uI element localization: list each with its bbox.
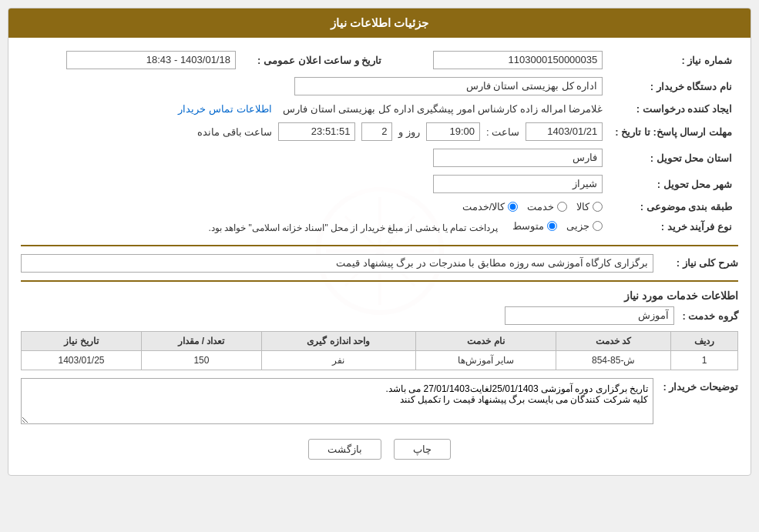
requester-field: غلامرضا امراله زاده کارشناس امور پیشگیری… — [283, 103, 603, 115]
services-section-title: اطلاعات خدمات مورد نیاز — [21, 289, 738, 302]
requester-label: ایجاد کننده درخواست : — [609, 99, 738, 119]
button-row: چاپ بازگشت — [21, 439, 738, 460]
province-field: فارس — [433, 149, 603, 167]
announce-label: تاریخ و ساعت اعلان عمومی : — [242, 47, 388, 73]
category-options: کالا خدمت کالا/خدمت — [21, 197, 609, 216]
buyer-org-field: اداره کل بهزیستی استان فارس — [294, 77, 603, 95]
radio-motavaset-label: متوسط — [512, 220, 544, 232]
divider-2 — [21, 280, 738, 282]
table-row: 1 ش-85-854 سایر آموزش‌ها نفر 150 1403/01… — [22, 351, 738, 370]
radio-jozi: جزیی — [566, 220, 603, 232]
service-group-label: گروه خدمت : — [682, 310, 738, 322]
main-card: جزئیات اطلاعات نیاز شماره نیاز : 1103000… — [8, 8, 751, 476]
buyer-notes-section: توضیحات خریدار : — [21, 378, 738, 427]
city-value: شیراز — [21, 171, 609, 197]
radio-kala-label: کالا — [576, 201, 589, 212]
need-number-value: 1103000150000035 — [388, 47, 609, 73]
time-field: 19:00 — [426, 122, 480, 141]
province-value: فارس — [21, 145, 609, 171]
service-group-row: گروه خدمت : آموزش — [21, 306, 738, 325]
buyer-notes-value — [21, 378, 653, 427]
radio-khedmat-input[interactable] — [557, 202, 567, 212]
radio-kala-khedmat: کالا/خدمت — [462, 201, 519, 212]
cell-name: سایر آموزش‌ها — [415, 351, 556, 370]
page-container: جزئیات اطلاعات نیاز شماره نیاز : 1103000… — [0, 0, 759, 532]
days-label-inline: روز و — [398, 126, 420, 138]
buyer-notes-field[interactable] — [21, 378, 653, 424]
description-field: برگزاری کارگاه آموزشی سه روزه مطابق با م… — [21, 254, 653, 273]
contact-link[interactable]: اطلاعات تماس خریدار — [178, 103, 271, 115]
radio-jozi-label: جزیی — [566, 220, 589, 232]
days-field: 2 — [361, 122, 392, 141]
need-number-field: 1103000150000035 — [433, 51, 603, 69]
divider-1 — [21, 245, 738, 246]
services-table: ردیف کد خدمت نام خدمت واحد اندازه گیری ت… — [21, 331, 738, 370]
purchase-type-note: پرداخت تمام یا بخشی از مبلغ خریدار از مح… — [208, 223, 497, 233]
cell-date: 1403/01/25 — [22, 351, 142, 370]
card-header: جزئیات اطلاعات نیاز — [8, 8, 751, 38]
back-button[interactable]: بازگشت — [308, 439, 381, 460]
announce-value: 1403/01/18 - 18:43 — [21, 47, 242, 73]
radio-khedmat: خدمت — [527, 201, 567, 212]
radio-motavaset-input[interactable] — [547, 221, 557, 231]
content-area: شماره نیاز : 1103000150000035 تاریخ و سا… — [21, 47, 738, 460]
col-row: ردیف — [670, 332, 737, 351]
requester-value: غلامرضا امراله زاده کارشناس امور پیشگیری… — [21, 99, 609, 119]
city-field: شیراز — [433, 175, 603, 193]
radio-motavaset: متوسط — [512, 220, 557, 232]
radio-khedmat-label: خدمت — [527, 201, 554, 212]
remaining-field: 23:51:51 — [278, 122, 355, 141]
radio-kala-khedmat-input[interactable] — [508, 202, 518, 212]
cell-unit: نفر — [261, 351, 415, 370]
card-body: شماره نیاز : 1103000150000035 تاریخ و سا… — [8, 38, 751, 475]
col-date: تاریخ نیاز — [22, 332, 142, 351]
info-table-top: شماره نیاز : 1103000150000035 تاریخ و سا… — [21, 47, 738, 237]
radio-kala-input[interactable] — [593, 202, 603, 212]
description-label: شرح کلی نیاز : — [661, 254, 738, 269]
buyer-org-value: اداره کل بهزیستی استان فارس — [21, 73, 609, 99]
page-title: جزئیات اطلاعات نیاز — [331, 16, 428, 29]
description-section: شرح کلی نیاز : برگزاری کارگاه آموزشی سه … — [21, 254, 738, 273]
date-field: 1403/01/21 — [526, 122, 603, 141]
time-label-inline: ساعت : — [486, 126, 519, 138]
description-value: برگزاری کارگاه آموزشی سه روزه مطابق با م… — [21, 254, 653, 273]
remaining-label-inline: ساعت باقی مانده — [197, 126, 272, 138]
buyer-org-label: نام دستگاه خریدار : — [609, 73, 738, 99]
col-count: تعداد / مقدار — [142, 332, 262, 351]
cell-count: 150 — [142, 351, 262, 370]
announce-field: 1403/01/18 - 18:43 — [66, 51, 236, 69]
col-name: نام خدمت — [415, 332, 556, 351]
purchase-type-row: جزیی متوسط پرداخت تمام یا بخشی از مبلغ خ… — [21, 216, 609, 237]
category-label: طبقه بندی موضوعی : — [609, 197, 738, 216]
need-number-label: شماره نیاز : — [609, 47, 738, 73]
service-group-field: آموزش — [505, 306, 674, 325]
cell-row: 1 — [670, 351, 737, 370]
province-label: استان محل تحویل : — [609, 145, 738, 171]
col-code: کد خدمت — [556, 332, 671, 351]
print-button[interactable]: چاپ — [394, 439, 451, 460]
cell-code: ش-85-854 — [556, 351, 671, 370]
buyer-notes-label: توضیحات خریدار : — [661, 378, 738, 393]
deadline-row: 1403/01/21 ساعت : 19:00 روز و 2 23:51:51… — [21, 119, 609, 145]
col-unit: واحد اندازه گیری — [261, 332, 415, 351]
city-label: شهر محل تحویل : — [609, 171, 738, 197]
deadline-label: مهلت ارسال پاسخ: تا تاریخ : — [609, 119, 738, 145]
purchase-type-label: نوع فرآیند خرید : — [609, 216, 738, 237]
radio-kala: کالا — [576, 201, 603, 212]
radio-jozi-input[interactable] — [593, 221, 603, 231]
radio-kala-khedmat-label: کالا/خدمت — [462, 201, 505, 212]
